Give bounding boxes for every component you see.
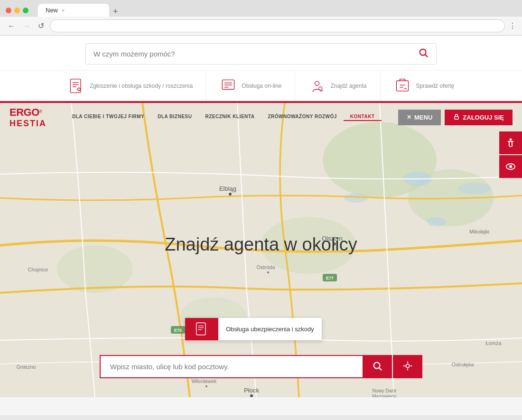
svg-point-19 bbox=[57, 245, 133, 293]
quick-link-agent-label: Znajdź agenta bbox=[330, 82, 366, 90]
menu-button-label: MENU bbox=[414, 114, 432, 121]
svg-point-51 bbox=[509, 165, 512, 168]
svg-text:Włocławek: Włocławek bbox=[192, 378, 217, 384]
site-navigation: ERGO® HESTIA DLA CIEBIE I TWOJEJ FIRMY D… bbox=[0, 103, 522, 131]
logo[interactable]: ERGO® HESTIA bbox=[9, 106, 47, 129]
search-input[interactable] bbox=[93, 50, 418, 58]
svg-line-1 bbox=[425, 55, 428, 57]
svg-point-49 bbox=[510, 139, 512, 141]
svg-text:Ostróda: Ostróda bbox=[256, 264, 275, 270]
svg-text:Płock: Płock bbox=[244, 387, 259, 394]
search-bar bbox=[85, 43, 437, 65]
svg-text:Nowy Dwór: Nowy Dwór bbox=[372, 388, 397, 393]
browser-nav-bar: ← → ↺ ⋮ bbox=[0, 17, 522, 36]
svg-point-31 bbox=[229, 193, 232, 196]
browser-tab[interactable]: New × bbox=[38, 4, 109, 17]
svg-point-24 bbox=[458, 183, 491, 194]
svg-line-53 bbox=[379, 368, 382, 370]
svg-point-23 bbox=[427, 217, 446, 226]
accessibility-button[interactable] bbox=[499, 131, 522, 154]
login-button-label: ZALOGUJ SIĘ bbox=[463, 114, 504, 121]
logo-reg: ® bbox=[39, 109, 43, 113]
quick-link-online[interactable]: Obsługa on-line bbox=[206, 71, 295, 101]
logo-hestia-text: HESTIA bbox=[9, 119, 47, 129]
side-buttons bbox=[499, 131, 522, 179]
logo-ergo-text: ERGO bbox=[9, 106, 39, 118]
nav-item-dla-biznesu[interactable]: DLA BIZNESU bbox=[151, 114, 198, 121]
quick-link-online-label: Obsługa on-line bbox=[242, 82, 281, 90]
map-popup-card[interactable]: Obsługa ubezpieczenia i szkody bbox=[185, 318, 322, 341]
nav-item-dla-ciebie[interactable]: DLA CIEBIE I TWOJEJ FIRMY bbox=[65, 114, 151, 121]
tab-close-button[interactable]: × bbox=[62, 8, 65, 13]
svg-point-0 bbox=[420, 49, 426, 56]
search-bar-wrapper bbox=[0, 43, 522, 70]
map-area: E75 E77 Elbląg Olsztyn Ostróda Chojnice … bbox=[0, 103, 522, 397]
top-search-area: Zgłoszenie i obsługa szkody / roszczenia… bbox=[0, 36, 522, 101]
forward-button[interactable]: → bbox=[21, 20, 32, 32]
address-bar[interactable] bbox=[50, 19, 505, 32]
svg-line-12 bbox=[322, 90, 323, 91]
close-icon: ✕ bbox=[407, 114, 411, 121]
svg-point-11 bbox=[319, 87, 322, 90]
map-heading: Znajdź agenta w okolicy bbox=[165, 234, 357, 254]
map-search-button[interactable] bbox=[363, 355, 392, 378]
nav-item-zrownowazony[interactable]: ZRÓWNOWAŻONY ROZWÓJ bbox=[261, 114, 343, 121]
map-search-input[interactable] bbox=[100, 355, 363, 378]
nav-links: DLA CIEBIE I TWOJEJ FIRMY DLA BIZNESU RZ… bbox=[65, 114, 398, 121]
minimize-window-button[interactable] bbox=[14, 8, 20, 13]
svg-text:Ostrołęka: Ostrołęka bbox=[451, 362, 474, 367]
page-content: Zgłoszenie i obsługa szkody / roszczenia… bbox=[0, 36, 522, 415]
tab-bar: New × + bbox=[38, 4, 122, 17]
quick-link-szkody[interactable]: Zgłoszenie i obsługa szkody / roszczenia bbox=[55, 71, 206, 101]
svg-point-43 bbox=[250, 394, 253, 397]
svg-text:Łomża: Łomża bbox=[485, 340, 502, 346]
menu-button[interactable]: ✕ MENU bbox=[398, 110, 441, 125]
browser-menu-button[interactable]: ⋮ bbox=[509, 21, 516, 30]
map-locate-button[interactable] bbox=[393, 355, 422, 378]
new-tab-button[interactable]: + bbox=[109, 7, 122, 17]
svg-text:Chojnice: Chojnice bbox=[28, 267, 48, 272]
search-icon[interactable] bbox=[418, 47, 429, 60]
quick-link-oferta-label: Sprawdź ofertę bbox=[416, 82, 454, 90]
svg-text:Gniezno: Gniezno bbox=[17, 364, 36, 370]
svg-point-52 bbox=[374, 363, 380, 369]
reload-button[interactable]: ↺ bbox=[36, 19, 46, 32]
svg-rect-59 bbox=[196, 323, 205, 335]
map-search-bar bbox=[100, 355, 422, 378]
svg-text:E75: E75 bbox=[174, 328, 182, 333]
quick-link-szkody-label: Zgłoszenie i obsługa szkody / roszczenia bbox=[90, 82, 193, 90]
svg-rect-13 bbox=[397, 81, 409, 91]
login-button[interactable]: ZALOGUJ SIĘ bbox=[445, 110, 513, 125]
quick-link-agent[interactable]: Znajdź agenta bbox=[295, 71, 381, 101]
back-button[interactable]: ← bbox=[6, 20, 17, 32]
svg-text:Mikołajki: Mikołajki bbox=[469, 229, 489, 234]
svg-text:E77: E77 bbox=[326, 276, 334, 280]
svg-rect-6 bbox=[223, 80, 234, 89]
window-controls bbox=[6, 8, 28, 13]
svg-point-35 bbox=[267, 271, 269, 273]
tab-title: New bbox=[46, 7, 58, 14]
svg-text:Elbląg: Elbląg bbox=[219, 185, 236, 192]
nav-item-kontakt[interactable]: KONTAKT bbox=[344, 114, 382, 121]
nav-item-rzecznik[interactable]: RZECZNIK KLIENTA bbox=[199, 114, 261, 121]
maximize-window-button[interactable] bbox=[23, 8, 28, 13]
popup-icon bbox=[185, 318, 218, 341]
lock-icon bbox=[453, 113, 460, 121]
quick-link-oferta[interactable]: Sprawdź ofertę bbox=[381, 71, 467, 101]
svg-point-45 bbox=[205, 385, 207, 387]
svg-rect-48 bbox=[455, 116, 458, 119]
popup-label: Obsługa ubezpieczenia i szkody bbox=[218, 318, 322, 341]
close-window-button[interactable] bbox=[6, 8, 11, 13]
svg-point-54 bbox=[406, 364, 409, 367]
svg-point-10 bbox=[315, 81, 319, 85]
eye-button[interactable] bbox=[499, 155, 522, 178]
nav-actions: ✕ MENU ZALOGUJ SIĘ bbox=[398, 110, 513, 125]
quick-links-bar: Zgłoszenie i obsługa szkody / roszczenia… bbox=[0, 70, 522, 101]
svg-text:Mazowiecki: Mazowiecki bbox=[372, 394, 397, 397]
